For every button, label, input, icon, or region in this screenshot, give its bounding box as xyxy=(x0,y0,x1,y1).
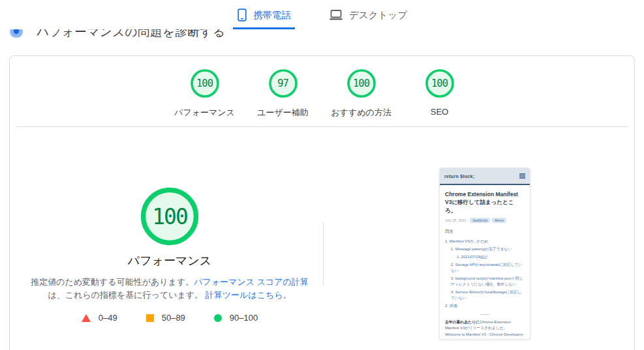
tab-mobile-label: 携帯電話 xyxy=(253,9,291,22)
legend-average-range: 50–89 xyxy=(162,313,185,323)
score-accessibility[interactable]: 97 ユーザー補助 xyxy=(244,68,322,119)
screenshot-site-header: return $lock; xyxy=(440,168,530,185)
final-screenshot-thumbnail: return $lock; Chrome Extension Manifest … xyxy=(439,168,530,340)
section-divider xyxy=(16,126,628,127)
score-best-practices[interactable]: 100 おすすめの方法 xyxy=(322,68,401,119)
score-seo[interactable]: 100 SEO xyxy=(401,68,479,119)
description-text-2: は、これらの指標を基に行っています。 xyxy=(48,290,203,300)
legend-fail-range: 0–49 xyxy=(99,313,117,323)
toc-item: 2.所感 xyxy=(445,303,525,309)
calculator-link[interactable]: 計算ツールはこちら。 xyxy=(206,290,292,300)
score-ring: 97 xyxy=(268,68,298,98)
score-calc-link[interactable]: パフォーマンス スコアの計算 xyxy=(194,277,309,287)
toc-item: 1.Message passingが完了できない xyxy=(445,246,525,252)
score-label: パフォーマンス xyxy=(174,107,235,119)
device-tabs: 携帯電話 デスクトップ xyxy=(0,0,644,29)
toc-item: 1.2021/07/29追記 xyxy=(445,254,525,260)
screenshot-tag: Memo xyxy=(492,218,506,223)
orange-square-icon xyxy=(146,314,154,322)
score-ring: 100 xyxy=(346,68,376,98)
performance-score-value: 100 xyxy=(139,186,200,247)
legend-pass-range: 90–100 xyxy=(230,313,258,323)
score-value: 97 xyxy=(268,68,298,98)
vertical-divider xyxy=(323,223,324,285)
report-card: 100 パフォーマンス 97 ユーザー補助 100 おすすめの方法 xyxy=(9,55,635,350)
score-ring: 100 xyxy=(425,68,455,98)
score-performance[interactable]: 100 パフォーマンス xyxy=(166,68,244,119)
screenshot-body: Chrome Extension Manifest V3に移行して詰まったところ… xyxy=(440,185,530,336)
green-circle-icon xyxy=(214,314,222,322)
screenshot-site-name: return $lock; xyxy=(444,174,474,179)
screenshot-footer-link: Welcome to Manifest V3 - Chrome Develope… xyxy=(445,332,525,336)
hamburger-menu-icon xyxy=(519,173,525,179)
toc-item: 3.background scriptがmanifest.jsonと同じディレク… xyxy=(445,276,525,287)
desktop-icon xyxy=(329,9,343,21)
performance-gauge-label: パフォーマンス xyxy=(26,253,313,269)
toc-item: 1.Manifest V3の...がだめ xyxy=(445,239,525,244)
screenshot-footer-text: 去年の暮れあたりにChrome Extension Manifest V3がリリ… xyxy=(445,319,525,332)
score-label: おすすめの方法 xyxy=(331,107,391,119)
description-text-1: 推定値のため変動する可能性があります。 xyxy=(31,277,194,287)
screenshot-toc: 1.Manifest V3の...がだめ 1.Message passingが完… xyxy=(445,239,525,309)
screenshot-tag: JavaScript xyxy=(470,218,490,223)
tab-desktop[interactable]: デスクトップ xyxy=(325,0,411,29)
mobile-icon xyxy=(237,8,247,22)
screenshot-meta: July 25, 2021 JavaScript Memo xyxy=(445,218,525,223)
legend-fail: 0–49 xyxy=(82,313,117,323)
screenshot-article-title: Chrome Extension Manifest V3に移行して詰まったところ… xyxy=(445,190,525,214)
score-description: 推定値のため変動する可能性があります。パフォーマンス スコアの計算 は、これらの… xyxy=(23,276,316,302)
tab-mobile[interactable]: 携帯電話 xyxy=(233,0,295,29)
score-label: SEO xyxy=(431,107,448,117)
score-value: 100 xyxy=(190,68,220,98)
score-value: 100 xyxy=(425,68,455,98)
category-scores: 100 パフォーマンス 97 ユーザー補助 100 おすすめの方法 xyxy=(10,68,634,119)
screenshot-divider xyxy=(480,314,489,315)
score-legend: 0–49 50–89 90–100 xyxy=(26,313,313,323)
score-ring: 100 xyxy=(190,68,220,98)
legend-average: 50–89 xyxy=(146,313,185,323)
legend-pass: 90–100 xyxy=(214,313,258,323)
pagespeed-insights-page: { "page": { "heading": "パフォーマンスの問題を診断する"… xyxy=(0,0,644,350)
screenshot-toc-heading: 目次 xyxy=(445,229,525,235)
toc-item: 4.Service WorkerがlocalStorageに対応していない xyxy=(445,289,525,301)
performance-gauge: 100 xyxy=(139,186,200,247)
red-triangle-icon xyxy=(82,314,91,322)
toc-item: 2.Storage APIがasync/awaitに対応していない xyxy=(445,262,525,274)
tab-desktop-label: デスクトップ xyxy=(349,9,407,22)
screenshot-date: July 25, 2021 xyxy=(445,218,467,222)
score-value: 100 xyxy=(346,68,376,98)
score-label: ユーザー補助 xyxy=(257,107,309,119)
